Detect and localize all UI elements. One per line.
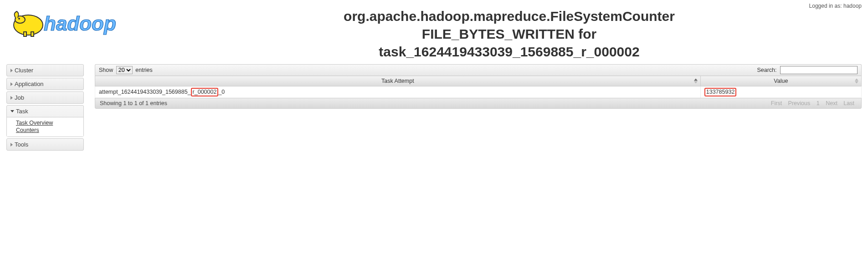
attempt-post: _0 (218, 89, 225, 95)
page-size-select[interactable]: 20 (116, 66, 133, 74)
nav-cluster-label: Cluster (15, 67, 33, 74)
pager-previous[interactable]: Previous (788, 100, 811, 106)
col-task-attempt[interactable]: Task Attempt (95, 76, 701, 86)
title-line-2: FILE_BYTES_WRITTEN for (157, 25, 862, 43)
search-label: Search: (757, 67, 776, 73)
nav-task-label: Task (16, 108, 28, 115)
cell-value: 133785932 (700, 86, 861, 98)
nav-cluster[interactable]: Cluster (6, 64, 84, 76)
attempt-highlight: r_000002 (191, 88, 219, 96)
datatable-length: Show 20 entries (99, 66, 153, 74)
datatable-pager: First Previous 1 Next Last (769, 100, 857, 106)
pager-last[interactable]: Last (843, 100, 854, 106)
nav-task-overview-link[interactable]: Task Overview (16, 119, 83, 126)
main-content: Show 20 entries Search: Task Attempt (95, 64, 862, 245)
col-task-attempt-label: Task Attempt (381, 78, 414, 84)
svg-point-2 (18, 18, 20, 20)
datatable-info: Showing 1 to 1 of 1 entries (100, 100, 167, 106)
title-line-1: org.apache.hadoop.mapreduce.FileSystemCo… (157, 7, 862, 25)
sidebar: Cluster Application Job Task Task Overvi… (6, 64, 84, 152)
nav-application[interactable]: Application (6, 78, 84, 90)
sort-asc-icon (694, 79, 698, 84)
nav-task[interactable]: Task Task Overview Counters (6, 105, 84, 137)
loggedin-text: Logged in as: hadoop (809, 3, 862, 9)
pager-page-1[interactable]: 1 (817, 100, 820, 106)
col-value-label: Value (774, 78, 788, 84)
nav-tools[interactable]: Tools (6, 138, 84, 151)
title-line-3: task_1624419433039_1569885_r_000002 (157, 43, 862, 61)
svg-rect-3 (24, 32, 26, 36)
loggedin-prefix: Logged in as: (809, 3, 843, 9)
nav-job[interactable]: Job (6, 91, 84, 104)
page-title: org.apache.hadoop.mapreduce.FileSystemCo… (157, 5, 862, 61)
nav-job-label: Job (15, 94, 24, 101)
chevron-right-icon (10, 69, 13, 72)
table-row: attempt_1624419433039_1569885_r_000002_0… (95, 86, 862, 98)
loggedin-user: hadoop (843, 3, 862, 9)
attempt-pre: attempt_1624419433039_1569885_ (99, 89, 191, 95)
svg-text:hadoop: hadoop (44, 12, 116, 35)
pager-next[interactable]: Next (826, 100, 837, 106)
cell-task-attempt: attempt_1624419433039_1569885_r_000002_0 (95, 86, 701, 98)
chevron-down-icon (10, 110, 14, 112)
svg-rect-4 (31, 32, 34, 36)
nav-tools-label: Tools (15, 141, 28, 148)
datatable-bottom-bar: Showing 1 to 1 of 1 entries First Previo… (95, 98, 862, 109)
datatable-top-bar: Show 20 entries Search: (95, 64, 862, 76)
hadoop-logo: hadoop (6, 5, 157, 39)
pager-first[interactable]: First (771, 100, 782, 106)
show-label-pre: Show (99, 67, 113, 73)
col-value[interactable]: Value (700, 76, 861, 86)
sort-both-icon (855, 79, 858, 84)
chevron-right-icon (10, 96, 13, 100)
nav-application-label: Application (15, 81, 44, 87)
nav-counters-link[interactable]: Counters (16, 126, 83, 134)
chevron-right-icon (10, 143, 13, 147)
datatable-filter: Search: (757, 66, 858, 74)
show-label-post: entries (135, 67, 153, 73)
task-attempts-table: Task Attempt Value attempt_1624419433039… (95, 76, 862, 98)
search-input[interactable] (780, 66, 858, 74)
nav-task-sub: Task Overview Counters (7, 117, 83, 137)
value-highlight: 133785932 (704, 88, 737, 96)
chevron-right-icon (10, 82, 13, 86)
